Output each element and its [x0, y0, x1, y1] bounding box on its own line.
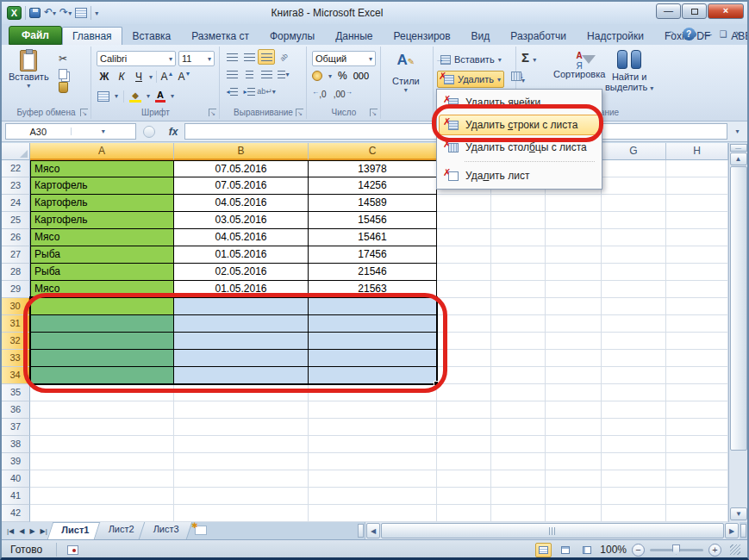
scroll-right-icon[interactable]: ▶: [725, 523, 739, 538]
cell-C35[interactable]: [309, 384, 437, 401]
cell-G24[interactable]: [602, 195, 666, 212]
cell-G35[interactable]: [602, 384, 666, 401]
cell-H30[interactable]: [666, 298, 728, 315]
row-header-24[interactable]: 24: [2, 195, 30, 212]
cell-G27[interactable]: [602, 246, 666, 264]
cell-A28[interactable]: Рыба: [30, 264, 174, 281]
cell-H40[interactable]: [666, 470, 728, 488]
cell-D31[interactable]: [437, 315, 491, 333]
zoom-out-icon[interactable]: −: [632, 544, 645, 557]
row-header-41[interactable]: 41: [2, 488, 30, 505]
menu-item-удалить-чейки[interactable]: ✗Удалить ячейки...: [439, 91, 600, 114]
cell-E31[interactable]: [491, 315, 546, 333]
cell-F31[interactable]: [546, 315, 602, 333]
cell-F27[interactable]: [546, 246, 602, 264]
cell-G34[interactable]: [602, 367, 666, 384]
cell-G38[interactable]: [602, 436, 666, 453]
ribbon-tab-надстройки[interactable]: Надстройки: [577, 27, 654, 45]
cell-B23[interactable]: 07.05.2016: [174, 177, 309, 195]
cell-C37[interactable]: [309, 419, 437, 436]
workbook-restore-icon[interactable]: ❑: [720, 29, 727, 39]
cell-D33[interactable]: [437, 350, 491, 367]
cell-D40[interactable]: [437, 470, 491, 488]
ribbon-tab-рецензиров[interactable]: Рецензиров: [383, 27, 460, 45]
cell-A37[interactable]: [30, 419, 174, 436]
cell-E38[interactable]: [491, 436, 546, 453]
cell-B32[interactable]: [174, 333, 309, 350]
row-header-25[interactable]: 25: [2, 212, 30, 229]
cell-C23[interactable]: 14256: [309, 177, 437, 195]
borders-icon[interactable]: [97, 91, 109, 102]
cell-G33[interactable]: [602, 350, 666, 367]
cell-F29[interactable]: [546, 281, 602, 298]
cell-A23[interactable]: Картофель: [30, 177, 174, 195]
cell-E28[interactable]: [491, 264, 546, 281]
cell-D34[interactable]: [437, 367, 491, 384]
first-sheet-icon[interactable]: |◀: [5, 527, 16, 535]
cell-H27[interactable]: [666, 246, 728, 264]
row-header-38[interactable]: 38: [2, 436, 30, 453]
cell-D41[interactable]: [437, 488, 491, 505]
cell-B36[interactable]: [174, 401, 309, 419]
cell-C33[interactable]: [309, 350, 437, 367]
row-header-27[interactable]: 27: [2, 246, 30, 264]
dialog-launcher-icon[interactable]: ↘: [370, 109, 378, 116]
cell-F42[interactable]: [546, 505, 602, 522]
cell-H29[interactable]: [666, 281, 728, 298]
cell-D25[interactable]: [437, 212, 491, 229]
increase-indent-icon[interactable]: ▸: [240, 84, 258, 99]
cell-A22[interactable]: Мясо: [30, 160, 174, 177]
cell-A33[interactable]: [30, 350, 174, 367]
cell-F30[interactable]: [546, 298, 602, 315]
zoom-level[interactable]: 100%: [600, 544, 627, 556]
cell-A30[interactable]: [30, 298, 174, 315]
cell-E26[interactable]: [491, 229, 546, 246]
cell-F33[interactable]: [546, 350, 602, 367]
cell-A38[interactable]: [30, 436, 174, 453]
cell-H32[interactable]: [666, 333, 728, 350]
accounting-format-icon[interactable]: [312, 71, 322, 81]
row-header-23[interactable]: 23: [2, 177, 30, 195]
cell-H23[interactable]: [666, 177, 728, 195]
decrease-indent-icon[interactable]: ◂: [223, 84, 240, 99]
cell-F37[interactable]: [546, 419, 602, 436]
row-header-42[interactable]: 42: [2, 505, 30, 522]
underline-button[interactable]: Ч: [132, 71, 146, 83]
collapse-ribbon-icon[interactable]: ◠: [667, 29, 675, 39]
cell-A25[interactable]: Картофель: [30, 212, 174, 229]
cell-A32[interactable]: [30, 333, 174, 350]
paste-button[interactable]: Вставить▾: [9, 50, 49, 90]
ribbon-tab-вставка[interactable]: Вставка: [122, 27, 182, 45]
styles-button[interactable]: А✎ Стили ▾: [392, 52, 420, 94]
cell-F26[interactable]: [546, 229, 602, 246]
decrease-decimal-button[interactable]: ,00→: [334, 87, 353, 99]
underline-dropdown-icon[interactable]: ▾: [149, 73, 153, 81]
workbook-minimize-icon[interactable]: —: [703, 29, 712, 39]
row-header-35[interactable]: 35: [2, 384, 30, 401]
ribbon-tab-данные[interactable]: Данные: [325, 27, 383, 45]
cell-E27[interactable]: [491, 246, 546, 264]
cell-G37[interactable]: [602, 419, 666, 436]
cell-B26[interactable]: 04.05.2016: [174, 229, 309, 246]
scroll-up-icon[interactable]: ▲: [730, 152, 747, 165]
cell-D28[interactable]: [437, 264, 491, 281]
cell-E32[interactable]: [491, 333, 546, 350]
cell-B40[interactable]: [174, 470, 309, 488]
cell-F25[interactable]: [546, 212, 602, 229]
cell-H38[interactable]: [666, 436, 728, 453]
cell-G30[interactable]: [602, 298, 666, 315]
cell-G32[interactable]: [602, 333, 666, 350]
sheet-tab-лист3[interactable]: Лист3: [139, 522, 193, 539]
cut-icon[interactable]: ✂: [55, 52, 71, 66]
row-header-37[interactable]: 37: [2, 419, 30, 436]
restore-button[interactable]: [682, 3, 707, 19]
cell-H37[interactable]: [666, 419, 728, 436]
cell-A35[interactable]: [30, 384, 174, 401]
formula-bar-splitter[interactable]: [143, 126, 155, 138]
cell-D38[interactable]: [437, 436, 491, 453]
cell-A40[interactable]: [30, 470, 174, 488]
ribbon-tab-разметка-ст[interactable]: Разметка ст: [181, 27, 259, 45]
cell-E41[interactable]: [491, 488, 546, 505]
select-all-corner[interactable]: [2, 143, 30, 160]
cell-A39[interactable]: [30, 453, 174, 470]
